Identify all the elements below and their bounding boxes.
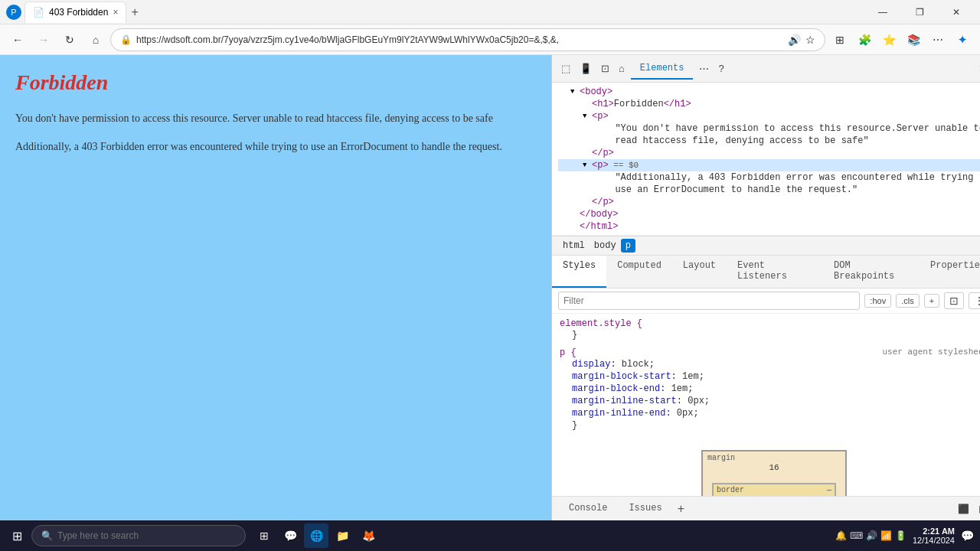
css-tab-event-listeners[interactable]: Event Listeners [727,256,823,288]
taskbar-task-view[interactable]: ⊞ [252,523,276,548]
dom-p1-text2-line[interactable]: read htaccess file, denying access to be… [558,135,980,147]
bottom-tabs: Console Issues + ⬛ ▤ [552,496,980,520]
dom-body-line[interactable]: ▼ <body> [558,86,980,98]
notifications-icon[interactable]: 🔔 [835,530,847,541]
layout-view-button[interactable]: ⊡ [944,292,964,309]
battery-icon[interactable]: 🔋 [895,530,906,541]
system-clock[interactable]: 2:21 AM 12/14/2024 [913,527,955,545]
breadcrumb-body[interactable]: body [590,239,621,253]
css-subtabs: Styles Computed Layout Event Listeners D… [552,256,980,289]
css-margin-block-start-line: margin-block-start: 1em; [560,370,980,383]
bottom-tab-console[interactable]: Console [558,500,618,518]
add-style-button[interactable]: + [924,294,939,308]
taskbar-edge-icon[interactable]: 🌐 [304,523,328,548]
refresh-button[interactable]: ↻ [58,28,81,51]
clock-time: 2:21 AM [913,527,955,536]
browser-tab[interactable]: 📄 403 Forbidden × [24,2,126,23]
restore-button[interactable]: ❐ [902,0,937,24]
forward-button[interactable]: → [32,28,55,51]
main-layout: Forbidden You don't have permission to a… [0,55,980,520]
profile-icon[interactable]: P [6,5,21,20]
tab-favicon: 📄 [33,7,44,18]
css-tab-dom-breakpoints[interactable]: DOM Breakpoints [823,256,920,288]
dom-p2-text1-line[interactable]: "Additionally, a 403 Forbidden error was… [558,171,980,184]
address-bar[interactable]: 🔒 https://wdsoft.com.br/7yoya/vzrz5jm.cy… [110,28,825,51]
css-margin-inline-end-line: margin-inline-end: 0px; [560,407,980,419]
new-tab-button[interactable]: + [128,2,141,22]
collections-button[interactable]: 📚 [902,28,925,51]
dom-html-close-line[interactable]: </html> [558,220,980,233]
dom-p1-close-line[interactable]: </p> [558,147,980,159]
forbidden-heading: Forbidden [15,70,536,95]
bottom-tab-issues[interactable]: Issues [618,500,672,518]
element-style-close: } [560,329,980,341]
dom-p1-open-line[interactable]: ▼ <p> [558,110,980,122]
devtools-close-button[interactable]: ✕ [975,60,980,77]
devtools-toolbar: ⬚ 📱 ⊡ ⌂ Elements ⋯ ? ✕ [552,55,980,83]
hover-toggle-button[interactable]: :hov [864,294,891,308]
browser-extras-button[interactable]: ⋯ [926,28,949,51]
dock-right-button[interactable]: ▤ [975,500,980,517]
lock-icon: 🔒 [120,34,132,45]
network-icon[interactable]: 📶 [880,530,892,541]
tab-elements[interactable]: Elements [631,58,694,80]
device-emulation-button[interactable]: 📱 [577,60,595,77]
box-model-container: margin 16 border — padding — 701 × 2 [552,442,980,496]
favorites-icon[interactable]: ☆ [805,34,815,46]
devtools-tabs: Elements [631,58,694,80]
css-tab-computed[interactable]: Computed [606,256,672,288]
breadcrumb-html[interactable]: html [558,239,590,253]
dom-p2-line[interactable]: ▼ <p> == $0 [558,159,980,171]
devtools-more-button[interactable]: ⋯ [696,60,712,77]
taskbar-search-box[interactable]: 🔍 [31,525,246,546]
notifications-badge[interactable]: 💬 [961,530,974,542]
taskbar-search-input[interactable] [57,530,236,541]
css-filter-input[interactable] [558,292,860,310]
css-tab-layout[interactable]: Layout [672,256,727,288]
close-button[interactable]: ✕ [939,0,974,24]
start-button[interactable]: ⊞ [6,526,28,546]
dom-body-close-line[interactable]: </body> [558,208,980,220]
css-rules: element.style { } p { user agent stylesh… [552,314,980,442]
more-style-button[interactable]: ⋮ [969,292,980,309]
split-view-button[interactable]: ⊞ [828,28,851,51]
home-button[interactable]: ⌂ [84,28,107,51]
nav-bar: ← → ↻ ⌂ 🔒 https://wdsoft.com.br/7yoya/vz… [0,24,980,55]
favorites-button[interactable]: ⭐ [877,28,900,51]
keyboard-icon[interactable]: ⌨ [850,530,863,541]
css-tab-styles[interactable]: Styles [552,256,606,288]
dom-p2-text2-line[interactable]: use an ErrorDocument to handle the reque… [558,184,980,196]
back-button[interactable]: ← [6,28,29,51]
dom-h1-line[interactable]: <h1>Forbidden</h1> [558,98,980,110]
p-selector-line: p { user agent stylesheet [560,347,980,358]
console-drawer-button[interactable]: ⊡ [598,60,612,77]
minimize-button[interactable]: — [865,0,900,24]
copilot-button[interactable]: ✦ [951,28,974,51]
add-tab-button[interactable]: + [673,500,689,517]
box-model-border: border — padding — 701 × 20 [712,483,836,496]
css-margin-inline-start-line: margin-inline-start: 0px; [560,395,980,407]
tab-close-button[interactable]: × [113,7,118,18]
dock-bottom-button[interactable]: ⬛ [955,500,972,517]
inspect-element-button[interactable]: ⬚ [558,60,573,77]
dom-tree: ▼ <body> <h1>Forbidden</h1> ▼ <p> "You d… [552,83,980,236]
box-border-val: — [827,486,831,494]
class-toggle-button[interactable]: .cls [896,294,920,308]
dom-p1-text1-line[interactable]: "You don't have permission to access thi… [558,122,980,135]
breadcrumb-p[interactable]: p [621,239,635,253]
devtools-help-button[interactable]: ? [715,60,727,77]
window-controls: — ❐ ✕ [865,0,974,24]
volume-icon[interactable]: 🔊 [866,530,877,541]
css-tab-properties[interactable]: Properties [920,256,980,288]
taskbar-files-icon[interactable]: 📁 [330,523,354,548]
p-rule-close: } [560,419,980,432]
system-tray: 🔔 ⌨ 🔊 📶 🔋 [835,530,906,541]
extensions-button[interactable]: 🧩 [853,28,876,51]
tab-bar: 📄 403 Forbidden × + [24,2,865,23]
taskbar-firefox-icon[interactable]: 🦊 [356,523,381,548]
taskbar-file-explorer[interactable]: 💬 [278,523,302,548]
read-aloud-icon[interactable]: 🔊 [788,34,801,46]
settings-button[interactable]: ⌂ [616,60,628,77]
clock-date: 12/14/2024 [913,536,955,545]
dom-p2-close-line[interactable]: </p> [558,196,980,208]
